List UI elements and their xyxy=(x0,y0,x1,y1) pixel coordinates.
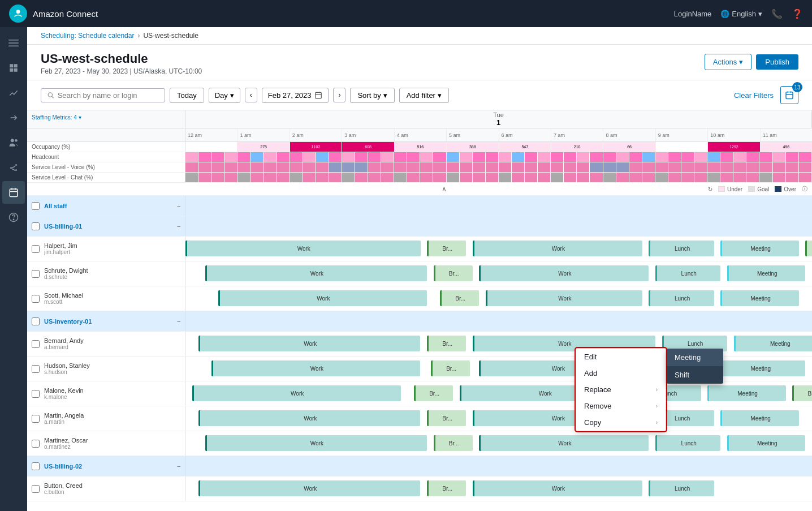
shift-break-block[interactable]: Br... xyxy=(792,385,812,401)
actions-button[interactable]: Actions ▾ xyxy=(705,54,752,70)
calendar-badge-button[interactable]: 13 xyxy=(780,86,798,104)
shift-break-block[interactable]: Br... xyxy=(434,435,473,451)
context-menu-remove[interactable]: Remove › xyxy=(576,398,666,414)
sidebar xyxy=(0,27,27,511)
info-icon[interactable]: ⓘ xyxy=(802,185,807,193)
shift-lunch-block[interactable]: Lunch xyxy=(655,265,720,281)
shift-meeting-block[interactable]: Meeting xyxy=(714,360,806,376)
refresh-icon[interactable]: ↻ xyxy=(708,186,712,192)
staff-checkbox[interactable] xyxy=(32,340,40,348)
shift-break-block[interactable]: Br... xyxy=(427,241,466,256)
group-header-row: All staff– xyxy=(27,196,812,216)
shift-work-block[interactable]: Work xyxy=(218,290,427,306)
sidebar-item-dashboard[interactable] xyxy=(2,57,25,79)
shift-break-block[interactable]: Br... xyxy=(440,290,479,306)
shift-work-block[interactable]: Work xyxy=(198,410,420,426)
sidebar-item-menu[interactable] xyxy=(2,32,25,54)
shift-meeting-block[interactable]: Meeting xyxy=(707,385,786,401)
shift-meeting-block[interactable]: Meeting xyxy=(720,290,799,306)
sidebar-item-metrics[interactable] xyxy=(2,81,25,104)
staff-checkbox[interactable] xyxy=(32,245,40,253)
context-menu-copy[interactable]: Copy › xyxy=(576,414,666,431)
sidebar-item-campaigns[interactable] xyxy=(2,156,25,179)
nav-right: LoginName 🌐 English ▾ 📞 ❓ xyxy=(674,8,803,19)
staff-checkbox[interactable] xyxy=(32,295,40,303)
collapse-arrow[interactable]: ∧ xyxy=(442,185,447,193)
publish-button[interactable]: Publish xyxy=(756,54,798,70)
shift-work-block[interactable]: Work xyxy=(185,241,421,256)
staff-timeline[interactable]: WorkBr...WorkLunchMeeting xyxy=(185,286,812,311)
shift-work-block[interactable]: Work xyxy=(198,336,420,351)
shift-break-block[interactable]: Br... xyxy=(427,480,466,496)
search-input[interactable] xyxy=(58,91,159,100)
shift-work-block[interactable]: Work xyxy=(205,265,427,281)
shift-meeting-block[interactable]: Meeting xyxy=(727,435,806,451)
shift-lunch-block[interactable]: Lunch xyxy=(655,435,720,451)
add-filter-button[interactable]: Add filter ▾ xyxy=(399,88,449,103)
shift-work-block[interactable]: Work xyxy=(486,290,642,306)
staffing-metrics-title[interactable]: Staffing Metrics: 4 ▾ xyxy=(32,114,81,121)
group-checkbox[interactable] xyxy=(32,317,40,325)
staff-checkbox[interactable] xyxy=(32,365,40,373)
staff-timeline[interactable]: WorkBr...WorkLunchMeeting xyxy=(185,406,812,431)
shift-work-block[interactable]: Work xyxy=(198,480,420,496)
shift-lunch-block[interactable]: Lunch xyxy=(649,480,714,496)
group-checkbox[interactable] xyxy=(32,462,40,470)
shift-meeting-block[interactable]: Meeting xyxy=(734,336,813,351)
phone-icon[interactable]: 📞 xyxy=(771,8,783,19)
staff-checkbox[interactable] xyxy=(32,485,40,493)
shift-meeting-block[interactable]: Meeting xyxy=(720,241,799,256)
submenu-shift[interactable]: Shift xyxy=(667,366,723,384)
staff-timeline[interactable]: WorkBr...WorkLunchBr... xyxy=(185,476,812,501)
shift-work-block[interactable]: Work xyxy=(211,360,420,376)
shift-break-block[interactable]: Br... xyxy=(427,410,466,426)
group-checkbox[interactable] xyxy=(32,222,40,230)
context-menu-replace[interactable]: Replace › xyxy=(576,381,666,398)
sidebar-item-help[interactable] xyxy=(2,206,25,229)
shift-lunch-block[interactable]: Lunch xyxy=(649,290,714,306)
shift-break-block[interactable]: Br... xyxy=(414,385,453,401)
staff-timeline[interactable]: WorkBr...WorkLunchMeetingBr... xyxy=(185,237,812,261)
shift-lunch-block[interactable]: Lunch xyxy=(649,241,714,256)
group-expand-button[interactable]: – xyxy=(177,318,180,324)
language-selector[interactable]: 🌐 English ▾ xyxy=(720,10,762,18)
shift-work-block[interactable]: Work xyxy=(479,265,649,281)
shift-work-block[interactable]: Work xyxy=(473,480,642,496)
help-icon[interactable]: ❓ xyxy=(792,8,803,19)
shift-work-block[interactable]: Work xyxy=(205,435,427,451)
shift-meeting-block[interactable]: Meeting xyxy=(720,410,799,426)
shift-work-block[interactable]: Work xyxy=(479,435,649,451)
group-checkbox[interactable] xyxy=(32,202,40,210)
shift-meeting-block[interactable]: Meeting xyxy=(727,265,806,281)
group-expand-button[interactable]: – xyxy=(177,203,180,209)
sidebar-item-users[interactable] xyxy=(2,131,25,154)
context-menu-edit[interactable]: Edit xyxy=(576,349,666,365)
prev-date-button[interactable]: ‹ xyxy=(245,88,257,102)
shift-break-block[interactable]: Br... xyxy=(431,360,470,376)
breadcrumb-parent-link[interactable]: Scheduling: Schedule calendar xyxy=(41,32,134,40)
staff-timeline[interactable]: WorkBr...WorkLunchMeeting xyxy=(185,261,812,286)
sidebar-item-scheduling[interactable] xyxy=(2,181,25,204)
staff-timeline[interactable]: WorkBr...WorkLunchMeetingBr... xyxy=(185,381,812,406)
sidebar-item-routing[interactable] xyxy=(2,106,25,129)
sort-button[interactable]: Sort by ▾ xyxy=(350,88,394,103)
clear-filters-button[interactable]: Clear Filters xyxy=(734,91,774,100)
context-menu-add[interactable]: Add xyxy=(576,365,666,381)
group-expand-button[interactable]: – xyxy=(177,223,180,229)
staff-checkbox[interactable] xyxy=(32,415,40,423)
today-button[interactable]: Today xyxy=(170,88,204,103)
shift-break-block[interactable]: Br... xyxy=(427,336,466,351)
shift-break-block[interactable]: Br... xyxy=(434,265,473,281)
shift-work-block[interactable]: Work xyxy=(473,241,642,256)
day-button[interactable]: Day ▾ xyxy=(209,88,240,103)
staff-checkbox[interactable] xyxy=(32,270,40,278)
next-date-button[interactable]: › xyxy=(333,88,345,102)
staff-checkbox[interactable] xyxy=(32,390,40,398)
submenu-meeting[interactable]: Meeting xyxy=(667,349,723,366)
staff-checkbox[interactable] xyxy=(32,440,40,448)
group-expand-button[interactable]: – xyxy=(177,463,180,469)
shift-break-block[interactable]: Br... xyxy=(805,241,812,256)
shift-work-block[interactable]: Work xyxy=(192,385,401,401)
staff-timeline[interactable]: WorkBr...WorkLunchMeetingBr... xyxy=(185,431,812,456)
staff-name: Bernard, Andy xyxy=(44,337,84,344)
